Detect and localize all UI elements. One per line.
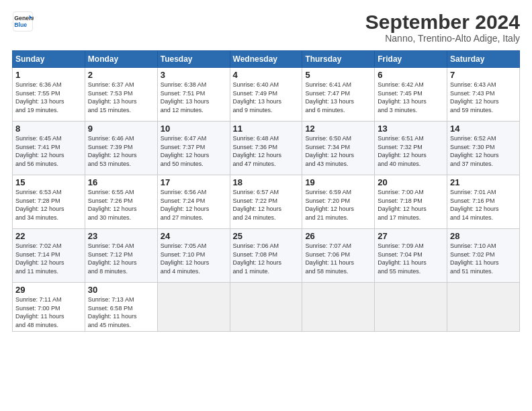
day-number: 16 [88,177,154,187]
day-number: 2 [88,70,154,80]
day-number: 14 [450,124,517,134]
cell-info: Sunrise: 6:37 AM Sunset: 7:53 PM Dayligh… [88,81,154,114]
calendar-cell [157,283,230,332]
col-tuesday: Tuesday [157,51,230,68]
week-row: 1Sunrise: 6:36 AM Sunset: 7:55 PM Daylig… [13,68,520,122]
cell-info: Sunrise: 7:04 AM Sunset: 7:12 PM Dayligh… [88,242,154,275]
cell-info: Sunrise: 7:09 AM Sunset: 7:04 PM Dayligh… [378,242,444,275]
calendar-cell: 4Sunrise: 6:40 AM Sunset: 7:49 PM Daylig… [230,68,302,122]
day-number: 25 [233,231,300,241]
day-number: 23 [88,231,154,241]
col-sunday: Sunday [13,51,85,68]
cell-info: Sunrise: 7:05 AM Sunset: 7:10 PM Dayligh… [161,242,227,275]
header-row: Sunday Monday Tuesday Wednesday Thursday… [13,51,520,68]
calendar-cell: 23Sunrise: 7:04 AM Sunset: 7:12 PM Dayli… [85,229,157,283]
cell-info: Sunrise: 6:56 AM Sunset: 7:24 PM Dayligh… [161,188,227,222]
week-row: 8Sunrise: 6:45 AM Sunset: 7:41 PM Daylig… [13,122,520,175]
calendar-cell: 13Sunrise: 6:51 AM Sunset: 7:32 PM Dayli… [375,122,447,175]
calendar-cell [230,283,302,332]
cell-info: Sunrise: 6:47 AM Sunset: 7:37 PM Dayligh… [161,134,227,168]
day-number: 15 [15,177,82,187]
col-thursday: Thursday [302,51,375,68]
cell-info: Sunrise: 6:40 AM Sunset: 7:49 PM Dayligh… [233,81,300,114]
calendar-cell: 11Sunrise: 6:48 AM Sunset: 7:36 PM Dayli… [230,122,302,175]
col-monday: Monday [85,51,157,68]
calendar-cell: 22Sunrise: 7:02 AM Sunset: 7:14 PM Dayli… [13,229,85,283]
cell-info: Sunrise: 6:42 AM Sunset: 7:45 PM Dayligh… [378,81,444,114]
day-number: 8 [15,124,82,134]
cell-info: Sunrise: 6:48 AM Sunset: 7:36 PM Dayligh… [233,134,300,168]
cell-info: Sunrise: 6:51 AM Sunset: 7:32 PM Dayligh… [378,134,444,168]
day-number: 21 [450,177,517,187]
title-area: September 2024 Nanno, Trentino-Alto Adig… [365,11,520,44]
calendar-cell: 25Sunrise: 7:06 AM Sunset: 7:08 PM Dayli… [230,229,302,283]
calendar-cell: 16Sunrise: 6:55 AM Sunset: 7:26 PM Dayli… [85,175,157,229]
cell-info: Sunrise: 7:02 AM Sunset: 7:14 PM Dayligh… [15,242,82,275]
calendar-table: Sunday Monday Tuesday Wednesday Thursday… [12,50,520,332]
calendar-cell: 28Sunrise: 7:10 AM Sunset: 7:02 PM Dayli… [447,229,520,283]
cell-info: Sunrise: 6:45 AM Sunset: 7:41 PM Dayligh… [15,134,82,168]
calendar-cell: 27Sunrise: 7:09 AM Sunset: 7:04 PM Dayli… [375,229,447,283]
day-number: 29 [15,285,82,295]
logo: General Blue [12,11,34,32]
calendar-cell: 1Sunrise: 6:36 AM Sunset: 7:55 PM Daylig… [13,68,85,122]
week-row: 15Sunrise: 6:53 AM Sunset: 7:28 PM Dayli… [13,175,520,229]
day-number: 6 [378,70,444,80]
cell-info: Sunrise: 6:55 AM Sunset: 7:26 PM Dayligh… [88,188,154,222]
day-number: 26 [305,231,371,241]
calendar-cell: 19Sunrise: 6:59 AM Sunset: 7:20 PM Dayli… [302,175,375,229]
day-number: 10 [161,124,227,134]
cell-info: Sunrise: 7:13 AM Sunset: 6:58 PM Dayligh… [88,295,154,329]
cell-info: Sunrise: 7:01 AM Sunset: 7:16 PM Dayligh… [450,188,517,222]
day-number: 12 [305,124,371,134]
day-number: 5 [305,70,371,80]
day-number: 4 [233,70,300,80]
cell-info: Sunrise: 6:41 AM Sunset: 7:47 PM Dayligh… [305,81,371,114]
calendar-cell [447,283,520,332]
cell-info: Sunrise: 6:38 AM Sunset: 7:51 PM Dayligh… [161,81,227,114]
calendar-cell: 12Sunrise: 6:50 AM Sunset: 7:34 PM Dayli… [302,122,375,175]
cell-info: Sunrise: 6:57 AM Sunset: 7:22 PM Dayligh… [233,188,300,222]
header: General Blue September 2024 Nanno, Trent… [12,11,520,44]
calendar-cell: 20Sunrise: 7:00 AM Sunset: 7:18 PM Dayli… [375,175,447,229]
calendar-cell: 14Sunrise: 6:52 AM Sunset: 7:30 PM Dayli… [447,122,520,175]
day-number: 30 [88,285,154,295]
calendar-cell: 17Sunrise: 6:56 AM Sunset: 7:24 PM Dayli… [157,175,230,229]
day-number: 17 [161,177,227,187]
calendar-cell: 29Sunrise: 7:11 AM Sunset: 7:00 PM Dayli… [13,283,85,332]
col-friday: Friday [375,51,447,68]
cell-info: Sunrise: 6:46 AM Sunset: 7:39 PM Dayligh… [88,134,154,168]
cell-info: Sunrise: 7:00 AM Sunset: 7:18 PM Dayligh… [378,188,444,222]
cell-info: Sunrise: 7:10 AM Sunset: 7:02 PM Dayligh… [450,242,517,275]
day-number: 22 [15,231,82,241]
calendar-cell: 15Sunrise: 6:53 AM Sunset: 7:28 PM Dayli… [13,175,85,229]
calendar-cell: 18Sunrise: 6:57 AM Sunset: 7:22 PM Dayli… [230,175,302,229]
cell-info: Sunrise: 7:11 AM Sunset: 7:00 PM Dayligh… [15,295,82,329]
cell-info: Sunrise: 6:52 AM Sunset: 7:30 PM Dayligh… [450,134,517,168]
logo-icon: General Blue [12,11,34,32]
col-saturday: Saturday [447,51,520,68]
day-number: 1 [15,70,82,80]
day-number: 9 [88,124,154,134]
cell-info: Sunrise: 6:36 AM Sunset: 7:55 PM Dayligh… [15,81,82,114]
calendar-cell: 5Sunrise: 6:41 AM Sunset: 7:47 PM Daylig… [302,68,375,122]
day-number: 3 [161,70,227,80]
calendar-cell [302,283,375,332]
calendar-cell: 6Sunrise: 6:42 AM Sunset: 7:45 PM Daylig… [375,68,447,122]
day-number: 20 [378,177,444,187]
cell-info: Sunrise: 6:53 AM Sunset: 7:28 PM Dayligh… [15,188,82,222]
calendar-cell: 9Sunrise: 6:46 AM Sunset: 7:39 PM Daylig… [85,122,157,175]
location: Nanno, Trentino-Alto Adige, Italy [365,33,520,44]
month-title: September 2024 [365,11,520,33]
calendar-cell: 21Sunrise: 7:01 AM Sunset: 7:16 PM Dayli… [447,175,520,229]
day-number: 11 [233,124,300,134]
cell-info: Sunrise: 6:59 AM Sunset: 7:20 PM Dayligh… [305,188,371,222]
calendar-cell: 2Sunrise: 6:37 AM Sunset: 7:53 PM Daylig… [85,68,157,122]
calendar-cell: 30Sunrise: 7:13 AM Sunset: 6:58 PM Dayli… [85,283,157,332]
cell-info: Sunrise: 7:07 AM Sunset: 7:06 PM Dayligh… [305,242,371,275]
day-number: 18 [233,177,300,187]
calendar-page: General Blue September 2024 Nanno, Trent… [0,0,532,411]
cell-info: Sunrise: 6:43 AM Sunset: 7:43 PM Dayligh… [450,81,517,114]
day-number: 27 [378,231,444,241]
cell-info: Sunrise: 6:50 AM Sunset: 7:34 PM Dayligh… [305,134,371,168]
